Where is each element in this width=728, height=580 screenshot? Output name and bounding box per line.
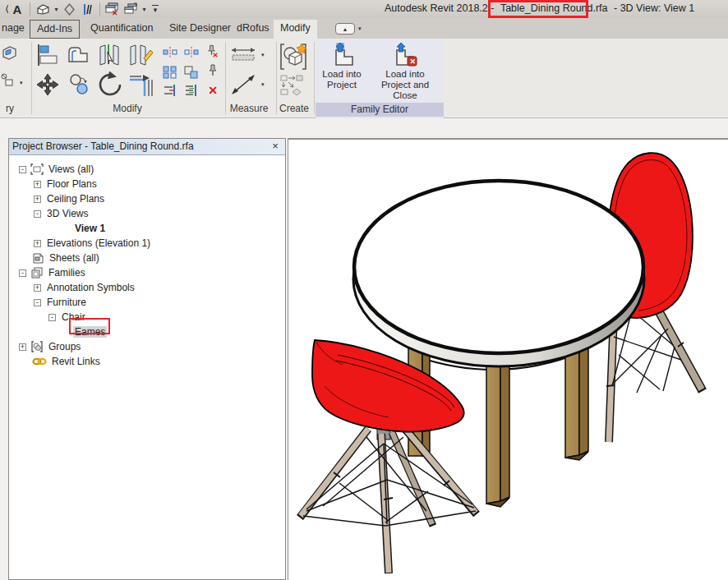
geometry-panel-label: ry (0, 103, 20, 116)
tree-item-furniture[interactable]: - Furniture (34, 295, 88, 310)
offset-icon[interactable] (66, 44, 90, 67)
measure-linear-icon[interactable] (230, 45, 258, 62)
tree-item-revit-links[interactable]: Revit Links (32, 354, 102, 369)
join-geometry-icon[interactable] (0, 73, 16, 88)
split-element-icon[interactable] (97, 44, 123, 67)
delete-icon[interactable]: ✕ (205, 83, 220, 98)
expand-icon[interactable]: + (34, 181, 41, 188)
families-icon (30, 267, 44, 278)
project-browser-tree: - Views (all) + Floor Plans + Ceiling Pl… (9, 157, 285, 579)
split-with-gap-icon[interactable] (127, 44, 154, 67)
groups-icon (30, 341, 44, 352)
link-icon (32, 357, 47, 366)
copy-icon[interactable] (67, 73, 92, 96)
default-3d-view-icon[interactable] (34, 1, 52, 17)
separator (99, 2, 100, 16)
modify-panel-label[interactable]: Modify (82, 103, 173, 116)
trim-extend-single-icon[interactable] (163, 83, 177, 98)
measure-angular-icon[interactable] (230, 73, 258, 96)
tree-item-ceiling-plans[interactable]: + Ceiling Plans (34, 191, 106, 206)
tree-item-floor-plans[interactable]: + Floor Plans (34, 177, 99, 191)
tree-item-view-1[interactable]: View 1 (73, 221, 107, 236)
load-into-project-close-button[interactable]: ✕ Load into Project and Close (368, 42, 442, 101)
render-icon[interactable] (60, 1, 78, 17)
tab-drofus[interactable]: dRofus (230, 20, 276, 39)
project-browser: Project Browser - Table_Dining Round.rfa… (8, 138, 286, 580)
tree-item-3d-views[interactable]: - 3D Views (34, 206, 90, 221)
pin-icon[interactable] (205, 63, 220, 78)
default-3d-view-caret-icon[interactable]: ▾ (52, 1, 60, 17)
tab-quantification[interactable]: Quantification (84, 20, 159, 39)
tree-item-annotation-symbols[interactable]: + Annotation Symbols (34, 280, 136, 295)
svg-text:✕: ✕ (410, 58, 417, 66)
load-into-project-button[interactable]: Load into Project (317, 42, 366, 90)
tab-site-designer[interactable]: Site Designer (163, 20, 237, 39)
create-panel-label[interactable]: Create (276, 103, 312, 116)
close-icon[interactable]: × (269, 140, 282, 153)
tree-item-elevations[interactable]: + Elevations (Elevation 1) (34, 236, 152, 251)
partial-icon[interactable] (0, 1, 8, 17)
collapse-icon[interactable]: - (34, 299, 41, 306)
create-group-icon[interactable] (279, 42, 307, 71)
panel-separator (314, 42, 315, 114)
table-top[interactable] (353, 181, 644, 366)
text-tool-icon[interactable]: A (8, 1, 26, 17)
mirror-draw-axis-icon[interactable] (184, 45, 199, 60)
tree-item-views[interactable]: - Views (all) (19, 162, 95, 177)
align-icon[interactable] (35, 44, 60, 67)
project-browser-title[interactable]: Project Browser - Table_Dining Round.rfa (9, 139, 285, 155)
trim-extend-corner-icon[interactable] (128, 73, 156, 98)
family-editor-panel: Load into Project ✕ Load into Project an… (316, 39, 444, 118)
ribbon-toggle-caret-icon[interactable]: ▾ (358, 25, 362, 32)
collapse-icon[interactable]: - (48, 314, 56, 321)
collapse-icon[interactable]: - (19, 166, 26, 173)
rotate-icon[interactable] (97, 71, 125, 98)
tree-item-families[interactable]: - Annotation Symbols Families (19, 265, 87, 280)
cut-geometry-icon[interactable] (0, 45, 18, 62)
views-icon (30, 163, 44, 175)
tree-item-sheets[interactable]: Sheets (all) (32, 251, 101, 265)
expand-icon[interactable]: + (34, 284, 41, 292)
switch-windows-caret-icon[interactable]: ▾ (140, 1, 148, 17)
panel-separator (31, 42, 32, 114)
close-hidden-windows-icon[interactable]: ✕ (104, 1, 122, 17)
move-icon[interactable] (35, 73, 61, 98)
title-bar: A ▾ (0, 0, 728, 18)
load-into-project-close-icon: ✕ (391, 42, 419, 67)
chair-left[interactable] (300, 340, 477, 573)
drawing-area-3d-view[interactable] (288, 138, 728, 580)
expand-icon[interactable]: + (34, 240, 41, 247)
tab-modify[interactable]: Modify (274, 20, 317, 39)
trim-extend-multiple-icon[interactable] (184, 83, 199, 98)
minimize-ribbon-icon[interactable]: ▲ (335, 23, 355, 35)
load-as-group-icon[interactable] (280, 75, 305, 96)
array-icon[interactable] (163, 65, 177, 80)
tree-item-chair[interactable]: - Chair (48, 310, 87, 325)
tab-add-ins[interactable]: Add-Ins (30, 20, 80, 39)
measure-panel-label[interactable]: Measure (223, 103, 274, 116)
tab-manage-partial[interactable]: nage (0, 20, 31, 39)
collapse-icon[interactable]: - (34, 210, 41, 218)
expand-icon[interactable]: + (34, 196, 41, 203)
title-prefix: Autodesk Revit 2018.2 - (385, 2, 494, 14)
collapse-icon[interactable]: - (19, 269, 26, 277)
expand-icon[interactable]: + (19, 343, 26, 351)
section-icon[interactable] (78, 1, 96, 17)
tree-item-eames[interactable]: Eames (73, 325, 107, 339)
switch-windows-icon[interactable] (122, 1, 140, 17)
measure-linear-caret-icon[interactable]: ▾ (261, 52, 265, 58)
ribbon-display-toggle[interactable]: ▲ ▾ (335, 22, 365, 35)
ribbon-tab-bar: nage Add-Ins Quantification Site Designe… (0, 18, 728, 39)
measure-angular-caret-icon[interactable]: ▾ (261, 81, 265, 88)
customize-qat-icon[interactable]: ▼ (148, 1, 163, 17)
join-caret-icon[interactable]: ▾ (20, 80, 23, 86)
unpin-icon[interactable]: ✕ (205, 44, 219, 58)
tree-item-groups[interactable]: + Groups (19, 339, 82, 354)
scale-icon[interactable] (184, 65, 199, 80)
window-title: Autodesk Revit 2018.2 - Table_Dining Rou… (385, 2, 694, 14)
svg-text:✕: ✕ (212, 51, 218, 58)
title-filename: Table_Dining Round.rfa (497, 2, 611, 14)
ribbon: ▾ ry (0, 39, 728, 118)
mirror-pick-axis-icon[interactable] (163, 45, 177, 60)
family-editor-panel-label[interactable]: Family Editor (316, 103, 444, 117)
